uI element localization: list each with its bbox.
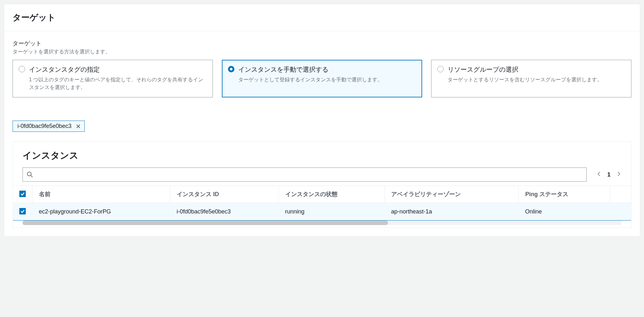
- page-number: 1: [607, 171, 611, 178]
- field-label: ターゲット: [13, 40, 631, 47]
- col-az[interactable]: アベイラビリティーゾーン: [384, 186, 518, 203]
- option-title: インスタンスタグの指定: [29, 65, 207, 74]
- pagination: 1: [596, 171, 621, 178]
- chevron-right-icon: [616, 171, 621, 177]
- horizontal-scrollbar[interactable]: [23, 221, 621, 225]
- search-pagination-row: 1: [13, 168, 631, 186]
- option-desc: ターゲットとするリソースを含むリソースグループを選択します。: [448, 76, 602, 84]
- search-icon: [27, 171, 33, 178]
- scrollbar-thumb[interactable]: [23, 221, 388, 225]
- col-extra[interactable]: [610, 186, 631, 203]
- option-manual-select[interactable]: インスタンスを手動で選択する ターゲットとして登録するインスタンスを手動で選択し…: [222, 60, 422, 97]
- svg-point-2: [27, 172, 31, 176]
- select-all-checkbox[interactable]: [19, 191, 26, 197]
- option-desc: ターゲットとして登録するインスタンスを手動で選択します。: [238, 76, 383, 84]
- instances-table-wrap: 名前 インスタンス ID インスタンスの状態 アベイラビリティーゾーン Ping…: [13, 186, 631, 221]
- instances-title: インスタンス: [23, 149, 621, 162]
- col-ping[interactable]: Ping ステータス: [519, 186, 610, 203]
- option-desc: 1 つ以上のタグのキーと値のペアを指定して、それらのタグを共有するインスタンスを…: [29, 76, 207, 91]
- selected-instance-token: i-0fd0bac9fe5e0bec3: [13, 121, 85, 132]
- token-label: i-0fd0bac9fe5e0bec3: [17, 123, 71, 130]
- option-resource-group[interactable]: リソースグループの選択 ターゲットとするリソースを含むリソースグループを選択しま…: [431, 60, 631, 97]
- close-icon[interactable]: [75, 123, 81, 129]
- prev-page-button[interactable]: [596, 171, 601, 178]
- panel-body: ターゲット ターゲットを選択する方法を選択します。 インスタンスタグの指定 1 …: [4, 31, 640, 236]
- instances-table: 名前 インスタンス ID インスタンスの状態 アベイラビリティーゾーン Ping…: [13, 186, 631, 221]
- search-box[interactable]: [23, 168, 587, 182]
- option-title: リソースグループの選択: [448, 65, 602, 74]
- instances-panel: インスタンス 1: [13, 141, 631, 228]
- cell-az: ap-northeast-1a: [384, 203, 518, 221]
- search-input[interactable]: [36, 171, 582, 178]
- radio-icon: [437, 66, 444, 72]
- field-desc: ターゲットを選択する方法を選択します。: [13, 49, 631, 55]
- panel-header: ターゲット: [4, 4, 640, 31]
- target-method-options: インスタンスタグの指定 1 つ以上のタグのキーと値のペアを指定して、それらのタグ…: [13, 60, 631, 97]
- cell-state: running: [279, 203, 385, 221]
- cell-ping: Online: [519, 203, 610, 221]
- col-instance-id[interactable]: インスタンス ID: [170, 186, 279, 203]
- panel-title: ターゲット: [13, 12, 631, 23]
- chevron-left-icon: [596, 171, 601, 177]
- radio-icon: [228, 66, 234, 72]
- option-instance-tags[interactable]: インスタンスタグの指定 1 つ以上のタグのキーと値のペアを指定して、それらのタグ…: [13, 60, 213, 97]
- next-page-button[interactable]: [616, 171, 621, 178]
- table-row[interactable]: ec2-playground-EC2-ForPG i-0fd0bac9fe5e0…: [13, 203, 631, 221]
- cell-extra: [610, 203, 631, 221]
- radio-icon: [19, 66, 25, 72]
- col-name[interactable]: 名前: [33, 186, 170, 203]
- cell-name: ec2-playground-EC2-ForPG: [33, 203, 170, 221]
- instances-header: インスタンス: [13, 142, 631, 168]
- option-title: インスタンスを手動で選択する: [238, 65, 383, 74]
- targets-panel: ターゲット ターゲット ターゲットを選択する方法を選択します。 インスタンスタグ…: [4, 4, 640, 237]
- row-checkbox[interactable]: [19, 208, 26, 214]
- svg-line-3: [31, 176, 33, 177]
- col-state[interactable]: インスタンスの状態: [279, 186, 385, 203]
- cell-instance-id: i-0fd0bac9fe5e0bec3: [170, 203, 279, 221]
